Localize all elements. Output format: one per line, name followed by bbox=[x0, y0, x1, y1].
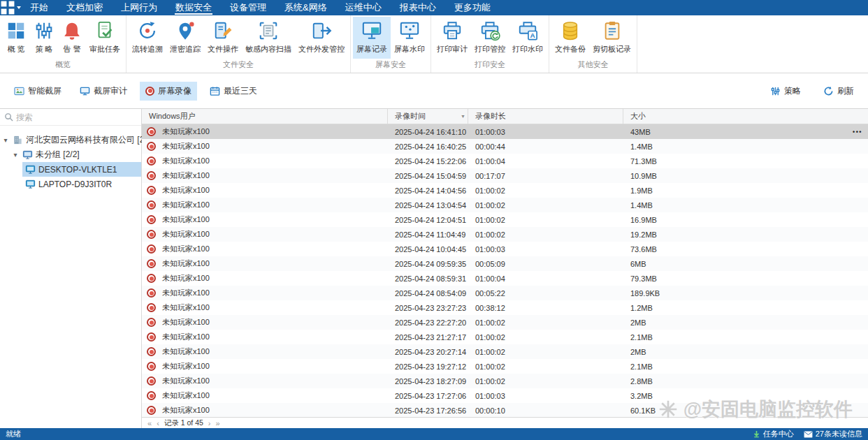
ribbon-item-screen-watermark[interactable]: 屏幕水印 bbox=[391, 17, 428, 59]
ribbon-item-screen-record[interactable]: 屏幕记录 bbox=[353, 17, 391, 59]
tree-item-company[interactable]: ▾ 河北安固云网络科技有限公司 [2/2] bbox=[0, 133, 141, 147]
table-row[interactable]: 未知玩家x100 2025-04-24 15:22:06 01:00:04 71… bbox=[142, 154, 868, 168]
policy-button[interactable]: 策略 bbox=[765, 82, 806, 101]
table-row[interactable]: 未知玩家x100 2025-04-23 19:27:12 01:00:02 2.… bbox=[142, 359, 868, 374]
ribbon-item-policy[interactable]: 策 略 bbox=[30, 17, 58, 59]
table-row[interactable]: 未知玩家x100 2025-04-24 08:59:31 01:00:04 79… bbox=[142, 271, 868, 286]
screen-recording-button[interactable]: 屏幕录像 bbox=[140, 82, 197, 101]
ribbon-item-flow-trace[interactable]: 流转追溯 bbox=[129, 17, 166, 59]
table-row[interactable]: 未知玩家x100 2025-04-23 20:27:14 01:00:02 2M… bbox=[142, 344, 868, 359]
cell-size: 2MB bbox=[623, 348, 868, 356]
record-icon bbox=[147, 215, 156, 224]
refresh-icon bbox=[823, 86, 834, 96]
sort-dropdown-icon[interactable]: ▼ bbox=[461, 114, 465, 119]
button-label: 最近三天 bbox=[224, 85, 257, 97]
table-row[interactable]: 未知玩家x100 2025-04-24 12:04:51 01:00:02 16… bbox=[142, 212, 868, 227]
menu-item[interactable]: 数据安全 bbox=[166, 0, 221, 15]
table-row[interactable]: 未知玩家x100 2025-04-24 08:54:09 00:05:22 18… bbox=[142, 286, 868, 300]
approval-tasks-icon bbox=[94, 20, 115, 41]
refresh-button[interactable]: 刷新 bbox=[818, 82, 860, 101]
chevron-down-icon[interactable]: ▾ bbox=[1, 136, 10, 144]
cell-size: 19.2MB bbox=[623, 230, 868, 239]
policy-filter-icon bbox=[770, 86, 781, 96]
column-header-label: Windows用户 bbox=[149, 111, 196, 122]
cell-windows-user: 未知玩家x100 bbox=[142, 258, 388, 269]
cell-size: 2.8MB bbox=[623, 377, 868, 386]
table-row[interactable]: 未知玩家x100 2025-04-23 21:27:17 01:00:02 2.… bbox=[142, 330, 868, 344]
button-label: 策略 bbox=[784, 85, 801, 97]
menu-item[interactable]: 文档加密 bbox=[57, 0, 112, 15]
menu-item[interactable]: 运维中心 bbox=[336, 0, 391, 15]
unread-messages-button[interactable]: 27条未读信息 bbox=[804, 429, 862, 439]
first-page-button[interactable]: « bbox=[147, 419, 152, 427]
menu-item[interactable]: 系统&网络 bbox=[275, 0, 336, 15]
ribbon-item-file-operations[interactable]: 文件操作 bbox=[204, 17, 242, 59]
column-header-windows-user[interactable]: Windows用户 bbox=[142, 109, 388, 124]
column-header-record-time[interactable]: 录像时间 ▼ bbox=[388, 109, 468, 124]
table-row[interactable]: 未知玩家x100 2025-04-24 09:59:35 00:05:09 6M… bbox=[142, 256, 868, 271]
ribbon-item-file-outgoing[interactable]: 文件外发管控 bbox=[295, 17, 348, 59]
column-header-duration[interactable]: 录像时长 bbox=[468, 109, 623, 124]
tree-item-label: DESKTOP-VLKTLE1 bbox=[38, 165, 117, 175]
menu-item[interactable]: 设备管理 bbox=[221, 0, 275, 15]
ribbon-item-print-control[interactable]: 打印管控 bbox=[471, 17, 509, 59]
group-icon bbox=[22, 149, 33, 160]
table-row[interactable]: 未知玩家x100 2025-04-23 18:27:09 01:00:02 2.… bbox=[142, 374, 868, 388]
recent-three-days-button[interactable]: 最近三天 bbox=[204, 82, 263, 101]
ribbon-item-approval-tasks[interactable]: 审批任务 bbox=[86, 17, 124, 59]
next-page-button[interactable]: › bbox=[208, 419, 211, 427]
last-page-button[interactable]: » bbox=[216, 419, 220, 427]
prev-page-button[interactable]: ‹ bbox=[157, 419, 159, 427]
smart-screenshot-button[interactable]: 智能截屏 bbox=[8, 82, 67, 101]
screen-record-icon bbox=[361, 20, 382, 41]
ribbon-item-file-backup[interactable]: 文件备份 bbox=[551, 17, 589, 59]
row-actions-icon[interactable]: ••• bbox=[853, 124, 862, 139]
menu-item[interactable]: 开始 bbox=[21, 0, 57, 15]
table-row[interactable]: 未知玩家x100 2025-04-23 17:26:56 00:00:10 60… bbox=[142, 403, 868, 417]
table-row[interactable]: 未知玩家x100 2025-04-23 17:27:06 01:00:03 3.… bbox=[142, 388, 868, 403]
menu-item[interactable]: 更多功能 bbox=[445, 0, 500, 15]
chevron-down-icon[interactable]: ▾ bbox=[11, 151, 20, 159]
table-row[interactable]: 未知玩家x100 2025-04-24 13:04:54 01:00:02 1.… bbox=[142, 198, 868, 212]
ribbon-group-label: 概览 bbox=[0, 59, 126, 73]
ribbon-group-other-security: 文件备份 剪切板记录 其他安全 bbox=[549, 15, 637, 73]
print-control-icon bbox=[479, 20, 500, 41]
cell-duration: 01:00:02 bbox=[468, 377, 623, 386]
table-row[interactable]: 未知玩家x100 2025-04-24 16:41:10 01:00:03 43… bbox=[142, 124, 868, 139]
cell-windows-user: 未知玩家x100 bbox=[142, 390, 388, 401]
ribbon-item-leak-trace[interactable]: 泄密追踪 bbox=[166, 17, 204, 59]
column-header-size[interactable]: 大小 bbox=[623, 109, 868, 124]
cell-record-time: 2025-04-24 12:04:51 bbox=[388, 216, 468, 224]
cell-windows-user: 未知玩家x100 bbox=[142, 346, 388, 357]
cell-duration: 01:00:03 bbox=[468, 245, 623, 254]
tree-item-computer-desktop[interactable]: DESKTOP-VLKTLE1 bbox=[0, 162, 141, 177]
record-icon bbox=[147, 274, 156, 283]
ribbon-item-print-watermark[interactable]: A 打印水印 bbox=[509, 17, 547, 59]
table-row[interactable]: 未知玩家x100 2025-04-24 10:04:45 01:00:03 73… bbox=[142, 242, 868, 256]
menu-item[interactable]: 报表中心 bbox=[391, 0, 445, 15]
ribbon-item-alerts[interactable]: 告 警 bbox=[58, 17, 86, 59]
search-input[interactable] bbox=[16, 112, 121, 122]
cell-record-time: 2025-04-23 22:27:20 bbox=[388, 318, 468, 327]
record-icon bbox=[147, 259, 156, 268]
tree-item-computer-laptop[interactable]: LAPTOP-D9J3IT0R bbox=[0, 177, 141, 191]
tree-item-ungrouped[interactable]: ▾ 未分组 [2/2] bbox=[0, 147, 141, 162]
cell-windows-user: 未知玩家x100 bbox=[142, 229, 388, 240]
ribbon-item-print-audit[interactable]: 打印审计 bbox=[433, 17, 471, 59]
ribbon-group-label: 屏幕安全 bbox=[351, 59, 431, 73]
table-row[interactable]: 未知玩家x100 2025-04-24 14:04:56 01:00:02 1.… bbox=[142, 183, 868, 198]
cell-windows-user: 未知玩家x100 bbox=[142, 302, 388, 313]
table-row[interactable]: 未知玩家x100 2025-04-23 22:27:20 01:00:02 2M… bbox=[142, 315, 868, 330]
table-row[interactable]: 未知玩家x100 2025-04-24 11:04:49 01:00:02 19… bbox=[142, 227, 868, 242]
app-menu-button[interactable] bbox=[0, 0, 21, 15]
table-row[interactable]: 未知玩家x100 2025-04-23 23:27:23 00:38:12 1.… bbox=[142, 300, 868, 315]
ribbon-item-sensitive-scan[interactable]: 敏感内容扫描 bbox=[242, 17, 295, 59]
task-center-button[interactable]: 任务中心 bbox=[753, 429, 794, 439]
ribbon-item-clipboard-record[interactable]: 剪切板记录 bbox=[589, 17, 635, 59]
menu-item[interactable]: 上网行为 bbox=[112, 0, 166, 15]
ribbon-item-overview[interactable]: 概 览 bbox=[2, 17, 30, 59]
device-tree: ▾ 河北安固云网络科技有限公司 [2/2] ▾ 未分组 [2/2] DESKTO… bbox=[0, 126, 141, 191]
screenshot-audit-button[interactable]: 截屏审计 bbox=[74, 82, 133, 101]
table-row[interactable]: 未知玩家x100 2025-04-24 15:04:59 00:17:07 10… bbox=[142, 168, 868, 183]
table-row[interactable]: 未知玩家x100 2025-04-24 16:40:25 00:00:44 1.… bbox=[142, 139, 868, 154]
